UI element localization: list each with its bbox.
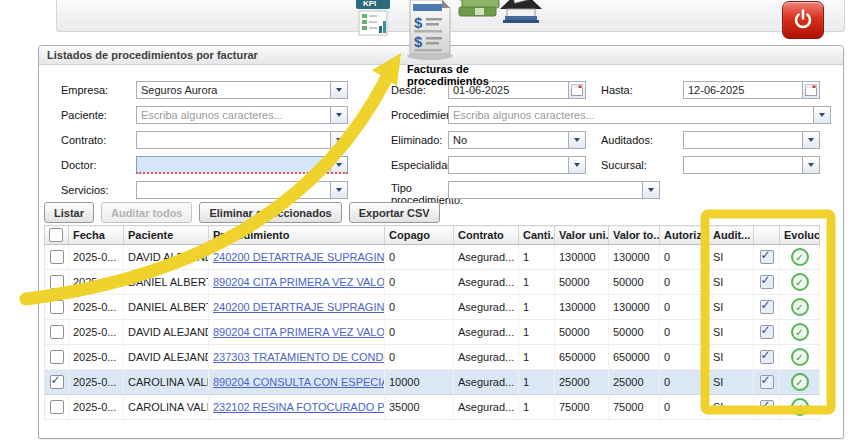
chevron-down-icon[interactable] — [330, 107, 347, 123]
chevron-down-icon[interactable] — [568, 157, 585, 173]
audit-checkbox[interactable] — [760, 375, 774, 389]
column-header-auditado[interactable]: Audit... — [709, 226, 754, 245]
select-all-checkbox[interactable] — [49, 228, 63, 242]
cell-autorizacion: 0 — [660, 370, 709, 395]
cell-fecha: 2025-0... — [69, 370, 124, 395]
table-row[interactable]: 2025-0...DAVID ALEJAND...237303 TRATAMIE… — [45, 345, 820, 370]
column-header-copago[interactable]: Copago — [385, 226, 454, 245]
procedimiento-select[interactable]: Escriba algunos caracteres... — [448, 106, 831, 124]
eliminar-seleccionados-button[interactable]: Eliminar seleccionados — [199, 202, 341, 223]
column-header-select[interactable] — [45, 226, 69, 245]
listar-button[interactable]: Listar — [44, 202, 94, 223]
table-row[interactable]: 2025-0...DAVID ALEJAND...240200 DETARTRA… — [45, 245, 820, 270]
chevron-down-icon[interactable] — [330, 82, 347, 98]
audit-checkbox[interactable] — [760, 275, 774, 289]
logout-power-button[interactable] — [782, 1, 824, 39]
row-select-checkbox[interactable] — [50, 350, 64, 364]
evolucion-icon[interactable]: ✓ — [791, 248, 809, 266]
cell-cantidad: 1 — [519, 295, 555, 320]
row-select-checkbox[interactable] — [50, 275, 64, 289]
column-header-paciente[interactable]: Paciente — [124, 226, 209, 245]
evolucion-icon[interactable]: ✓ — [791, 323, 809, 341]
bank-house-icon[interactable] — [499, 0, 543, 28]
invoice-procedures-icon[interactable]: $ $ — [403, 0, 457, 64]
hasta-date-field[interactable]: 12-06-2025 — [683, 81, 820, 99]
chevron-down-icon[interactable] — [568, 132, 585, 148]
contrato-select[interactable] — [136, 131, 348, 149]
procedimiento-link[interactable]: 890204 CITA PRIMERA VEZ VALORAC... — [213, 276, 385, 288]
cell-valor-total: 25000 — [609, 370, 660, 395]
kpi-report-icon[interactable]: KPI — [355, 0, 391, 40]
sucursal-value — [684, 157, 802, 173]
cell-contrato: Asegurad... — [454, 245, 519, 270]
paciente-select[interactable]: Escriba algunos caracteres... — [136, 106, 348, 124]
cell-fecha: 2025-0... — [69, 295, 124, 320]
table-row[interactable]: 2025-0...DAVID ALEJAND...890204 CITA PRI… — [45, 320, 820, 345]
audit-checkbox[interactable] — [760, 300, 774, 314]
evolucion-icon[interactable]: ✓ — [791, 298, 809, 316]
cell-copago: 10000 — [385, 370, 454, 395]
evolucion-icon[interactable]: ✓ — [791, 273, 809, 291]
column-header-contrato[interactable]: Contrato — [454, 226, 519, 245]
audit-checkbox[interactable] — [760, 250, 774, 264]
column-header-evolucion[interactable]: Evolución — [780, 226, 820, 245]
cell-valor-total: 50000 — [609, 270, 660, 295]
calendar-icon[interactable] — [802, 82, 819, 98]
row-select-checkbox[interactable] — [50, 325, 64, 339]
row-select-checkbox[interactable] — [50, 375, 64, 389]
cell-contrato: Asegurad... — [454, 320, 519, 345]
row-select-checkbox[interactable] — [50, 250, 64, 264]
empresa-select[interactable]: Seguros Aurora — [136, 81, 348, 99]
calendar-icon[interactable] — [568, 82, 585, 98]
chevron-down-icon[interactable] — [330, 132, 347, 148]
cell-contrato: Asegurad... — [454, 295, 519, 320]
column-header-valor_total[interactable]: Valor to... — [609, 226, 660, 245]
audit-checkbox[interactable] — [760, 350, 774, 364]
tipo-procedimiento-select[interactable] — [448, 181, 660, 199]
procedimiento-link[interactable]: 240200 DETARTRAJE SUPRAGINGIVAL — [213, 301, 385, 313]
sucursal-select[interactable] — [683, 156, 820, 174]
procedimiento-link[interactable]: 232102 RESINA FOTOCURADO POST... — [213, 401, 385, 413]
table-row[interactable]: 2025-0...DANIEL ALBERT...240200 DETARTRA… — [45, 295, 820, 320]
procedimiento-link[interactable]: 237303 TRATAMIENTO DE CONDUCT... — [213, 351, 385, 363]
chevron-down-icon[interactable] — [330, 157, 347, 172]
chevron-down-icon[interactable] — [642, 182, 659, 198]
row-select-checkbox[interactable] — [50, 300, 64, 314]
chevron-down-icon[interactable] — [330, 182, 347, 198]
eliminado-select[interactable]: No — [448, 131, 586, 149]
column-header-valor_unitario[interactable]: Valor uni... — [555, 226, 609, 245]
table-row[interactable]: 2025-0...DANIEL ALBERT...890204 CITA PRI… — [45, 270, 820, 295]
evolucion-icon[interactable]: ✓ — [791, 348, 809, 366]
chevron-down-icon[interactable] — [802, 132, 819, 148]
table-row[interactable]: 2025-0...CAROLINA VALD...232102 RESINA F… — [45, 395, 820, 420]
evolucion-icon[interactable]: ✓ — [791, 373, 809, 391]
procedimiento-link[interactable]: 240200 DETARTRAJE SUPRAGINGIVAL — [213, 251, 385, 263]
especialidad-select[interactable] — [448, 156, 586, 174]
table-row[interactable]: 2025-0...CAROLINA VALD...890204 CONSULTA… — [45, 370, 820, 395]
column-header-cantidad[interactable]: Canti... — [519, 226, 555, 245]
column-header-autorizacion[interactable]: Autoriz... — [660, 226, 709, 245]
doctor-select[interactable] — [136, 156, 348, 174]
hasta-label: Hasta: — [601, 84, 633, 96]
tipo-procedimiento-value — [449, 182, 642, 198]
procedimiento-link[interactable]: 890204 CONSULTA CON ESPECIALIST... — [213, 376, 385, 388]
row-select-checkbox[interactable] — [50, 400, 64, 414]
exportar-csv-button[interactable]: Exportar CSV — [349, 202, 440, 223]
column-header-audit_check[interactable] — [754, 226, 780, 245]
auditados-select[interactable] — [683, 131, 820, 149]
chevron-down-icon[interactable] — [813, 107, 830, 123]
auditar-todos-button[interactable]: Auditar todos — [101, 202, 193, 223]
cell-paciente: DAVID ALEJAND... — [124, 345, 209, 370]
audit-checkbox[interactable] — [760, 325, 774, 339]
cell-fecha: 2025-0... — [69, 245, 124, 270]
column-header-fecha[interactable]: Fecha — [69, 226, 124, 245]
evolucion-icon[interactable]: ✓ — [791, 398, 809, 416]
column-header-procedimiento[interactable]: Procedimiento — [209, 226, 385, 245]
cell-paciente: DAVID ALEJAND... — [124, 245, 209, 270]
procedimiento-link[interactable]: 890204 CITA PRIMERA VEZ VALORAC... — [213, 326, 385, 338]
audit-checkbox[interactable] — [760, 400, 774, 414]
cell-copago: 0 — [385, 345, 454, 370]
money-stack-icon[interactable] — [456, 0, 502, 30]
chevron-down-icon[interactable] — [802, 157, 819, 173]
servicios-select[interactable] — [136, 181, 348, 199]
